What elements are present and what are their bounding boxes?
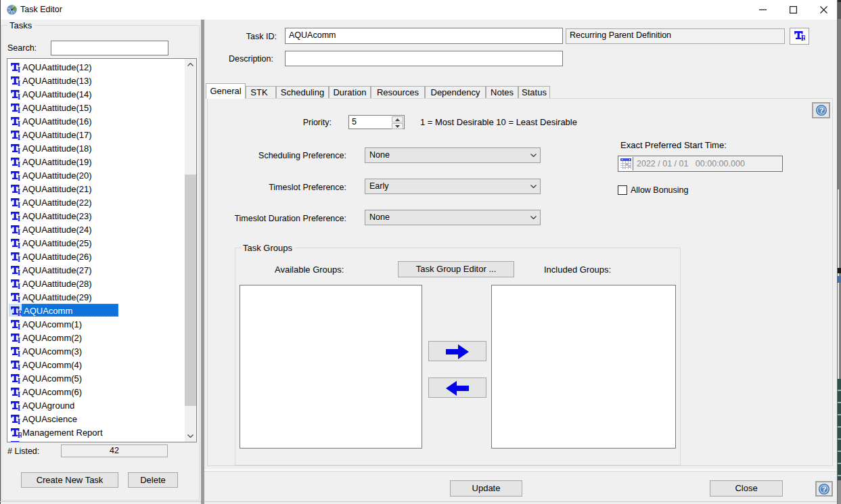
svg-text:I: I (18, 323, 21, 330)
svg-text:I: I (18, 106, 21, 114)
svg-text:I: I (18, 174, 21, 181)
svg-text:I: I (18, 296, 21, 303)
svg-text:I: I (18, 404, 21, 411)
svg-text:I: I (18, 390, 21, 398)
svg-text:I: I (18, 120, 21, 127)
svg-text:?: ? (819, 106, 823, 114)
svg-text:I: I (18, 363, 21, 371)
svg-text:I: I (18, 79, 21, 87)
svg-text:I: I (18, 242, 21, 249)
svg-text:I: I (18, 93, 21, 100)
svg-text:R: R (18, 309, 22, 317)
svg-text:I: I (18, 160, 21, 168)
svg-text:I: I (18, 133, 21, 141)
svg-text:I: I (18, 201, 21, 208)
svg-text:I: I (18, 228, 21, 235)
svg-text:I: I (18, 255, 21, 262)
svg-text:I: I (18, 417, 21, 425)
svg-text:I: I (18, 336, 21, 344)
svg-text:I: I (18, 282, 21, 290)
svg-text:?: ? (822, 485, 827, 493)
svg-text:I: I (18, 214, 21, 222)
svg-text:I: I (18, 147, 21, 154)
svg-text:I: I (18, 269, 21, 276)
svg-text:I: I (18, 187, 21, 195)
svg-text:I: I (18, 66, 21, 73)
svg-text:R: R (18, 431, 22, 438)
svg-text:R: R (801, 34, 805, 41)
svg-text:I: I (18, 350, 21, 357)
svg-text:I: I (18, 377, 21, 384)
